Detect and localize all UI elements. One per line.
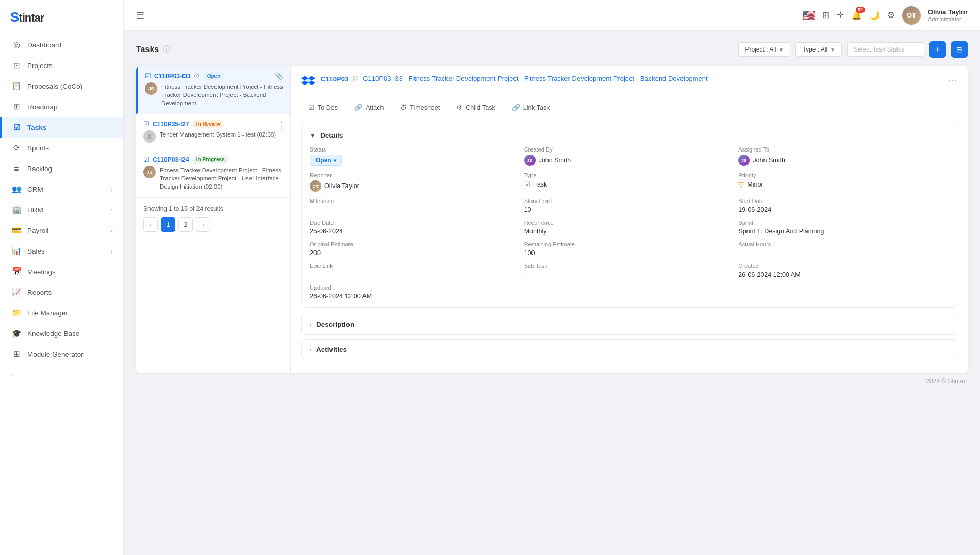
sidebar-item-label: Tasks	[27, 124, 46, 131]
filemanager-icon: 📁	[12, 308, 21, 317]
created-value: 26-06-2024 12:00 AM	[738, 271, 800, 278]
task-item[interactable]: ☑ C110P03-I24 In Progress JS Fitness Tra…	[136, 149, 290, 197]
sales-arrow: ›	[111, 248, 113, 254]
task-detail: C110P03 ☑ C110P03-I33 - Fitness Tracker …	[291, 66, 968, 373]
tasks-header: Tasks ⓘ Project : All ▼ Type : All ▼ Sel…	[136, 41, 968, 58]
remaining-estimate-label: Remaining Estimate	[524, 241, 735, 247]
activities-section[interactable]: › Activities	[301, 339, 957, 360]
sprint-value: Sprint 1: Design And Planning	[738, 228, 824, 235]
notification-icon[interactable]: 🔔 52	[851, 10, 862, 21]
sidebar-item-proposals[interactable]: 📋 Proposals (CoCo)	[0, 76, 123, 96]
payroll-icon: 💳	[12, 226, 21, 235]
sidebar-item-label: Knowledge Base	[27, 330, 79, 338]
sidebar-item-backlog[interactable]: ≡ Backlog	[0, 158, 123, 179]
original-estimate-value: 200	[310, 249, 321, 257]
sidebar-item-projects[interactable]: ⊡ Projects	[0, 55, 123, 76]
add-task-button[interactable]: +	[929, 41, 946, 58]
tab-todos[interactable]: ☑ To Dos	[301, 99, 345, 116]
task-item[interactable]: ☑ C110P35-I27 In Review Tender Managemen…	[136, 114, 290, 149]
sidebar: Stintar ◎ Dashboard ⊡ Projects 📋 Proposa…	[0, 0, 124, 555]
task-more-icon[interactable]: ⋮	[277, 120, 286, 131]
type-filter[interactable]: Type : All ▼	[795, 42, 842, 57]
task-checkbox-icon: ☑	[143, 120, 150, 128]
task-avatar: JS	[143, 166, 156, 178]
detail-more-icon[interactable]: ⋯	[948, 74, 957, 86]
sidebar-item-roadmap[interactable]: ⊞ Roadmap	[0, 96, 123, 117]
details-grid: Status Open ▾ Created By JS	[310, 146, 949, 300]
dropbox-icon	[301, 74, 315, 92]
tasks-icon: ☑	[12, 123, 21, 132]
assigned-to-avatar: JS	[738, 155, 750, 166]
sidebar-item-hrm[interactable]: 🏢 HRM ›	[0, 199, 123, 220]
sidebar-item-tasks[interactable]: ☑ Tasks	[0, 117, 123, 138]
sidebar-item-meetings[interactable]: 📅 Meetings	[0, 261, 123, 282]
task-badge: In Review	[192, 120, 224, 128]
logo-text: Stintar	[10, 9, 44, 25]
flag-icon[interactable]: 🇺🇸	[802, 9, 815, 22]
task-item[interactable]: ☑ C110P03-I33 ⏱ Open 📎 JS Fitness Tracke…	[136, 66, 290, 114]
sidebar-item-sprints[interactable]: ⟳ Sprints	[0, 138, 123, 158]
logo: Stintar	[0, 0, 123, 35]
menu-icon[interactable]: ☰	[136, 10, 144, 21]
activities-chevron-icon: ›	[310, 346, 312, 354]
sidebar-item-label: Meetings	[27, 268, 56, 276]
page-2-button[interactable]: 2	[178, 217, 193, 232]
updated-label: Updated	[310, 284, 520, 291]
sprint-field: Sprint Sprint 1: Design And Planning	[738, 220, 949, 235]
tab-attach[interactable]: 🔗 Attach	[347, 99, 391, 116]
description-section[interactable]: › Description	[301, 314, 957, 335]
tab-linktask[interactable]: 🔗 Link Task	[505, 99, 557, 116]
sidebar-item-sales[interactable]: 📊 Sales ›	[0, 241, 123, 261]
details-section-header[interactable]: ▼ Details	[310, 131, 949, 139]
tab-timesheet[interactable]: ⏱ Timesheet	[393, 99, 447, 116]
status-label: Status	[310, 146, 520, 153]
original-estimate-field: Original Estimate 200	[310, 241, 520, 257]
sidebar-item-reports[interactable]: 📈 Reports	[0, 282, 123, 302]
plus-icon[interactable]: ✛	[837, 10, 844, 21]
prev-page-button[interactable]: ‹	[143, 217, 158, 232]
task-badge: In Progress	[192, 156, 229, 163]
start-date-label: Start Date	[738, 198, 949, 204]
settings-icon[interactable]: ⚙	[887, 10, 895, 21]
sidebar-item-label: Projects	[27, 62, 53, 70]
task-detail-header: C110P03 ☑ C110P03-I33 - Fitness Tracker …	[301, 74, 957, 92]
updated-field: Updated 26-06-2024 12:00 AM	[310, 284, 520, 300]
description-header: › Description	[310, 321, 949, 328]
priority-field: Priority ▽ Minor	[738, 172, 949, 192]
meetings-icon: 📅	[12, 267, 21, 276]
status-select[interactable]: Select Task Status	[847, 42, 924, 57]
reporter-value: Olivia Taylor	[324, 182, 359, 190]
payroll-arrow: ›	[111, 227, 113, 233]
sidebar-item-modulegenerator[interactable]: ⊞ Module Generator	[0, 344, 123, 364]
project-filter[interactable]: Project : All ▼	[738, 42, 790, 57]
dark-mode-icon[interactable]: 🌙	[869, 10, 880, 21]
info-icon[interactable]: ⓘ	[163, 45, 170, 54]
header: ☰ 🇺🇸 ⊞ ✛ 🔔 52 🌙 ⚙ OT Olivia Taylor Admin…	[124, 0, 980, 31]
task-badge: Open	[203, 72, 225, 80]
notification-badge: 52	[856, 7, 865, 13]
updated-value: 26-06-2024 12:00 AM	[310, 293, 372, 300]
sidebar-item-crm[interactable]: 👥 CRM ›	[0, 179, 123, 199]
sidebar-item-filemanager[interactable]: 📁 File Manager	[0, 302, 123, 323]
sidebar-item-knowledgebase[interactable]: 🎓 Knowledge Base	[0, 323, 123, 344]
knowledgebase-icon: 🎓	[12, 329, 21, 338]
sidebar-item-payroll[interactable]: 💳 Payroll ›	[0, 220, 123, 241]
details-section-label: Details	[320, 131, 343, 139]
proposals-icon: 📋	[12, 81, 21, 91]
page-1-button[interactable]: 1	[161, 217, 175, 232]
apps-icon[interactable]: ⊞	[822, 10, 829, 21]
sidebar-navigation: ◎ Dashboard ⊡ Projects 📋 Proposals (CoCo…	[0, 35, 123, 555]
sales-icon: 📊	[12, 246, 21, 256]
original-estimate-label: Original Estimate	[310, 241, 520, 247]
tab-childtask[interactable]: ⚙ Child Task	[449, 99, 502, 116]
status-chip[interactable]: Open ▾	[310, 155, 342, 166]
next-page-button[interactable]: ›	[196, 217, 210, 232]
project-filter-arrow: ▼	[778, 47, 784, 53]
due-date-label: Due Date	[310, 220, 520, 226]
sidebar-item-dashboard[interactable]: ◎ Dashboard	[0, 35, 123, 55]
due-date-value: 25-06-2024	[310, 228, 343, 235]
grid-view-button[interactable]: ⊟	[951, 41, 968, 58]
sprint-label: Sprint	[738, 220, 949, 226]
hrm-arrow: ›	[111, 207, 113, 213]
task-list-footer: Showing 1 to 15 of 24 results ‹ 1 2 ›	[136, 198, 290, 239]
